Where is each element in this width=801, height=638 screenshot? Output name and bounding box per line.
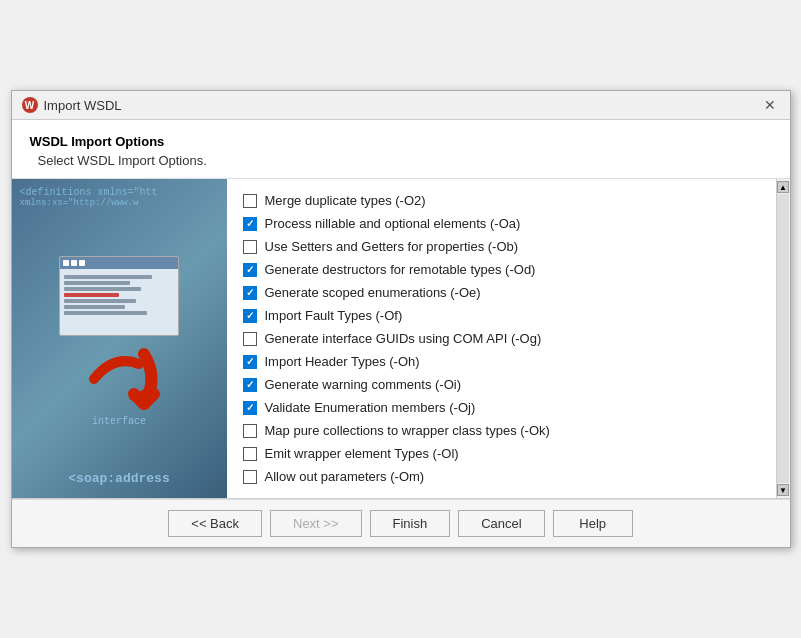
checkbox-item: Generate scoped enumerations (-Oe)	[243, 281, 760, 304]
checkbox-opt4[interactable]	[243, 263, 257, 277]
scroll-up-button[interactable]: ▲	[777, 181, 789, 193]
wsdl-content	[60, 269, 178, 321]
wsdl-dot	[71, 260, 77, 266]
wsdl-dot	[63, 260, 69, 266]
checkbox-item: Import Fault Types (-Of)	[243, 304, 760, 327]
checkbox-opt13[interactable]	[243, 470, 257, 484]
code-line-1: <definitions xmlns="htt	[20, 187, 219, 198]
checkbox-label-opt2: Process nillable and optional elements (…	[265, 216, 521, 231]
wsdl-dot	[79, 260, 85, 266]
scroll-track	[777, 194, 789, 483]
checkbox-opt7[interactable]	[243, 332, 257, 346]
checkbox-item: Import Header Types (-Oh)	[243, 350, 760, 373]
checkbox-label-opt8: Import Header Types (-Oh)	[265, 354, 420, 369]
header-section: WSDL Import Options Select WSDL Import O…	[12, 120, 790, 179]
wsdl-line	[64, 281, 130, 285]
left-panel-image: <definitions xmlns="htt xmlns:xs="http:/…	[12, 179, 227, 498]
checkbox-item: Emit wrapper element Types (-Ol)	[243, 442, 760, 465]
scrollbar[interactable]: ▲ ▼	[776, 179, 790, 498]
left-panel: <definitions xmlns="htt xmlns:xs="http:/…	[12, 179, 227, 498]
arrow-svg	[74, 344, 164, 414]
checkbox-item: Generate interface GUIDs using COM API (…	[243, 327, 760, 350]
checkbox-item: Validate Enumeration members (-Oj)	[243, 396, 760, 419]
checkbox-label-opt6: Import Fault Types (-Of)	[265, 308, 403, 323]
arrow-graphic	[74, 344, 164, 414]
checkbox-label-opt13: Allow out parameters (-Om)	[265, 469, 425, 484]
main-content: <definitions xmlns="htt xmlns:xs="http:/…	[12, 179, 790, 499]
wsdl-line	[64, 293, 119, 297]
checkbox-opt10[interactable]	[243, 401, 257, 415]
title-bar: W Import WSDL ✕	[12, 91, 790, 120]
checkbox-label-opt1: Merge duplicate types (-O2)	[265, 193, 426, 208]
checkbox-label-opt10: Validate Enumeration members (-Oj)	[265, 400, 476, 415]
wsdl-line	[64, 311, 147, 315]
checkbox-label-opt7: Generate interface GUIDs using COM API (…	[265, 331, 542, 346]
checkbox-opt1[interactable]	[243, 194, 257, 208]
help-button[interactable]: Help	[553, 510, 633, 537]
app-icon: W	[22, 97, 38, 113]
checkbox-opt8[interactable]	[243, 355, 257, 369]
checkbox-opt2[interactable]	[243, 217, 257, 231]
checkbox-item: Allow out parameters (-Om)	[243, 465, 760, 488]
checkbox-opt3[interactable]	[243, 240, 257, 254]
dialog-title: Import WSDL	[44, 98, 122, 113]
checkbox-label-opt4: Generate destructors for remotable types…	[265, 262, 536, 277]
checkbox-opt9[interactable]	[243, 378, 257, 392]
wsdl-line	[64, 275, 152, 279]
close-button[interactable]: ✕	[760, 98, 780, 112]
checkbox-item: Map pure collections to wrapper class ty…	[243, 419, 760, 442]
checkbox-label-opt12: Emit wrapper element Types (-Ol)	[265, 446, 459, 461]
bottom-code: <soap:address	[68, 471, 169, 486]
interface-label: interface	[92, 416, 146, 427]
code-text-top: <definitions xmlns="htt xmlns:xs="http:/…	[20, 187, 219, 208]
checkbox-item: Process nillable and optional elements (…	[243, 212, 760, 235]
header-title: WSDL Import Options	[30, 134, 772, 149]
checkbox-item: Generate warning comments (-Oi)	[243, 373, 760, 396]
checkbox-list: Merge duplicate types (-O2)Process nilla…	[243, 189, 760, 488]
wsdl-window-bar	[60, 257, 178, 269]
center-visual: interface	[20, 252, 219, 427]
back-button[interactable]: << Back	[168, 510, 262, 537]
next-button[interactable]: Next >>	[270, 510, 362, 537]
checkbox-label-opt5: Generate scoped enumerations (-Oe)	[265, 285, 481, 300]
checkbox-opt11[interactable]	[243, 424, 257, 438]
finish-button[interactable]: Finish	[370, 510, 451, 537]
checkbox-opt6[interactable]	[243, 309, 257, 323]
cancel-button[interactable]: Cancel	[458, 510, 544, 537]
wsdl-window	[59, 256, 179, 336]
import-wsdl-dialog: W Import WSDL ✕ WSDL Import Options Sele…	[11, 90, 791, 548]
checkbox-label-opt11: Map pure collections to wrapper class ty…	[265, 423, 550, 438]
checkbox-item: Use Setters and Getters for properties (…	[243, 235, 760, 258]
footer: << Back Next >> Finish Cancel Help	[12, 499, 790, 547]
checkbox-label-opt9: Generate warning comments (-Oi)	[265, 377, 462, 392]
options-panel: Merge duplicate types (-O2)Process nilla…	[227, 179, 776, 498]
wsdl-line	[64, 305, 125, 309]
scroll-down-button[interactable]: ▼	[777, 484, 789, 496]
checkbox-item: Merge duplicate types (-O2)	[243, 189, 760, 212]
title-bar-left: W Import WSDL	[22, 97, 122, 113]
header-subtitle: Select WSDL Import Options.	[38, 153, 772, 168]
wsdl-line	[64, 299, 136, 303]
code-line-2: xmlns:xs="http://www.w	[20, 198, 219, 208]
checkbox-label-opt3: Use Setters and Getters for properties (…	[265, 239, 519, 254]
wsdl-line	[64, 287, 141, 291]
checkbox-opt5[interactable]	[243, 286, 257, 300]
checkbox-opt12[interactable]	[243, 447, 257, 461]
checkbox-item: Generate destructors for remotable types…	[243, 258, 760, 281]
